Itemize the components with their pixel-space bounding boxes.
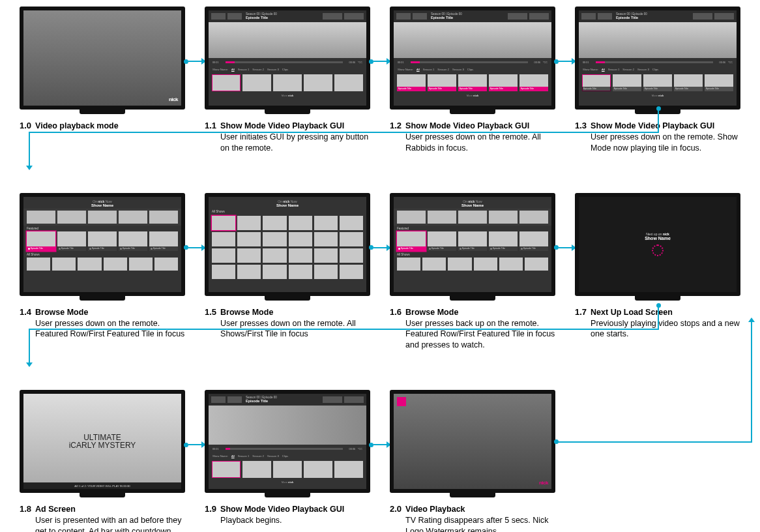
thumb-focused[interactable]: Episode Title [397, 74, 426, 91]
flow-connector [29, 329, 659, 330]
ad-countdown-bar: AD 1 of 2: YOUR VIDEO WILL PLAY IN 00:30 [23, 482, 181, 489]
step-1-5: On nick NowShow Name All Shows 1.5Browse… [205, 193, 370, 340]
tab-s3[interactable]: Season 3 [267, 68, 279, 71]
arrow-right-icon [369, 441, 391, 448]
step-1-9: Season 00 | Episode 00Episode Title 00:0… [205, 390, 370, 526]
hero-video[interactable] [394, 22, 551, 58]
featured-label: Featured [23, 226, 181, 231]
thumb[interactable] [304, 74, 332, 91]
video-still [23, 10, 181, 106]
step-2-0: nick 2.0Video PlaybackTV Rating disappea… [390, 390, 555, 532]
header-slot[interactable] [323, 13, 342, 20]
step-1-4: On nick NowShow Name Featured Episode Ti… [20, 193, 185, 340]
step-1-6: On nick NowShow Name Featured Episode Ti… [390, 193, 555, 351]
nick-wordmark-icon: nick [288, 94, 293, 97]
hero-video[interactable] [209, 406, 366, 445]
tab-s2[interactable]: Season 2 [252, 68, 264, 71]
footer: More nick [209, 93, 366, 97]
top-bar: Season 00 | Episode 00 Episode Title [209, 10, 366, 22]
caption: 1.0 Video playback mode [20, 121, 185, 132]
flow-connector [29, 132, 30, 166]
arrow-right-icon [554, 58, 576, 65]
season-tabs: Show Name: All Season 1 Season 2 Season … [209, 66, 366, 72]
browse-header: On nick NowShow Name [23, 197, 181, 209]
screen-1-0: nick [23, 10, 181, 106]
featured-tile-selected[interactable]: Episode Title [397, 231, 426, 251]
nick-logo-watermark-icon: nick [539, 480, 548, 486]
cc-label[interactable]: *CC [358, 61, 362, 64]
tv-stand [80, 110, 125, 114]
arrow-right-icon [184, 244, 206, 251]
featured-tile-focused[interactable]: Episode Title [27, 231, 55, 251]
all-shows-row [23, 257, 181, 271]
thumb[interactable] [212, 74, 241, 91]
header-slot[interactable] [344, 13, 364, 20]
flow-connector [658, 108, 659, 132]
top-tiles [23, 209, 181, 226]
tab-clips[interactable]: Clips [282, 68, 288, 71]
tab-s1[interactable]: Season 1 [238, 68, 250, 71]
nick-logo-icon: nick [169, 96, 178, 102]
time-start: 00:01 [212, 61, 219, 64]
arrow-right-icon [369, 244, 391, 251]
arrow-right-icon [184, 58, 206, 65]
flow-connector [29, 329, 30, 362]
play-icon[interactable] [211, 13, 226, 20]
step-1-8: ULTIMATEiCARLY MYSTERY AD 1 of 2: YOUR V… [20, 390, 185, 532]
arrow-right-icon [554, 244, 576, 251]
progress-bar[interactable] [226, 61, 343, 63]
grid-tile-focused[interactable] [212, 216, 235, 230]
hero-video[interactable] [209, 22, 366, 58]
thumb[interactable] [242, 74, 271, 91]
next-up-showname: Show Name [645, 236, 671, 241]
featured-row: Episode Title Episode Title Episode Titl… [23, 231, 181, 252]
arrow-right-icon [369, 58, 391, 65]
step-number: 1.0 [20, 121, 31, 132]
tabs-prefix: Show Name: [212, 68, 228, 71]
tab-all[interactable]: All [231, 68, 235, 71]
flow-connector [658, 305, 659, 329]
flow-connector [29, 132, 659, 133]
tv-rating-icon [397, 397, 406, 406]
pause-icon[interactable] [227, 13, 242, 20]
next-up-screen: Next up on nick Show Name [579, 197, 737, 292]
step-1-0: nick 1.0 Video playback mode [20, 7, 185, 132]
arrow-right-icon [184, 441, 206, 448]
tv-frame: nick [20, 7, 185, 110]
video-playback [394, 394, 551, 489]
time-end: 00:36 [349, 61, 356, 64]
ad-image: ULTIMATEiCARLY MYSTERY [23, 394, 181, 489]
progress-row: 00:01 00:36 *CC [209, 58, 366, 66]
step-title: Video playback mode [35, 121, 119, 132]
all-shows-label: All Shows [23, 252, 181, 257]
row-2: On nick NowShow Name Featured Episode Ti… [20, 193, 740, 351]
episode-thumbs [209, 72, 366, 93]
all-shows-grid [209, 214, 366, 281]
flow-diagram: nick 1.0 Video playback mode Season 00 |… [20, 7, 740, 532]
thumb[interactable] [334, 74, 363, 91]
episode-title: Episode Title [246, 16, 321, 20]
thumb-now-playing[interactable]: Episode Title [582, 74, 611, 91]
loading-spinner-icon [652, 244, 664, 256]
row-3: ULTIMATEiCARLY MYSTERY AD 1 of 2: YOUR V… [20, 390, 740, 532]
thumb[interactable] [273, 74, 302, 91]
